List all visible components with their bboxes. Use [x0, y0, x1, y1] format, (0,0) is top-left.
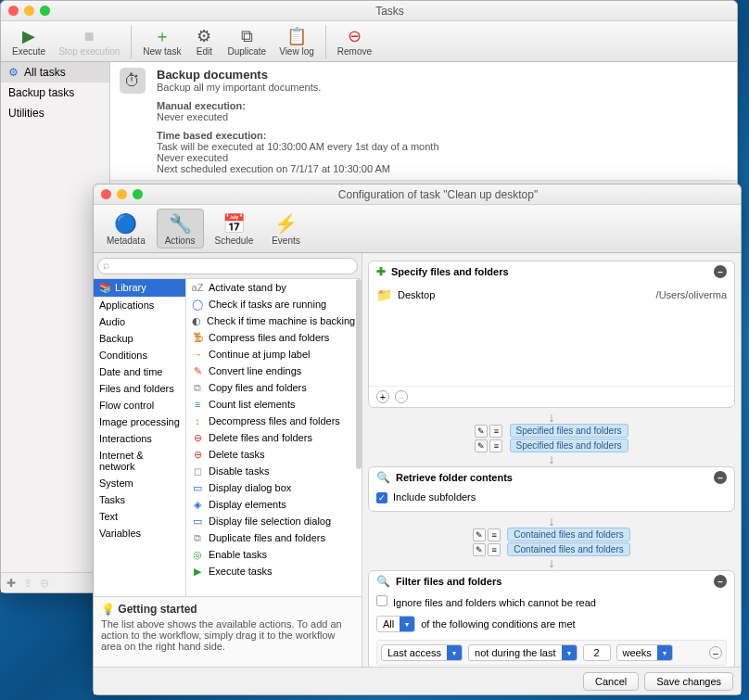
- action-item[interactable]: ▶Execute tasks: [186, 563, 362, 579]
- action-item[interactable]: 🗜Compress files and folders: [186, 329, 362, 346]
- action-item[interactable]: ✎Convert line endings: [186, 363, 362, 379]
- remove-cond-icon[interactable]: –: [709, 646, 722, 659]
- action-item[interactable]: ⊖Delete tasks: [186, 446, 362, 463]
- category-item[interactable]: Text: [94, 508, 185, 525]
- category-item[interactable]: Interactions: [94, 430, 185, 447]
- action-item[interactable]: aZActivate stand by: [186, 279, 362, 296]
- edit-icon[interactable]: ✎: [473, 543, 486, 556]
- viewlog-button[interactable]: 📋View log: [273, 24, 320, 58]
- checkbox-icon[interactable]: [376, 595, 387, 606]
- list-icon[interactable]: ≡: [489, 425, 502, 438]
- list-icon[interactable]: ≡: [488, 543, 501, 556]
- action-item[interactable]: ▭Display file selection dialog: [186, 513, 362, 529]
- category-item[interactable]: Applications: [94, 297, 185, 313]
- minimize-icon[interactable]: [117, 189, 127, 199]
- newtask-button[interactable]: ＋New task: [137, 24, 186, 58]
- list-icon[interactable]: ≡: [489, 439, 502, 452]
- ignore-row[interactable]: Ignore files and folders which cannot be…: [376, 597, 596, 608]
- category-item[interactable]: 📚 Library: [94, 279, 185, 297]
- actions-tab[interactable]: 🔧Actions: [157, 209, 204, 248]
- remove-icon[interactable]: ⊖: [40, 577, 49, 590]
- category-item[interactable]: Date and time: [94, 363, 185, 380]
- scrollbar[interactable]: [356, 279, 362, 469]
- action-item[interactable]: ≡Count list elements: [186, 396, 362, 413]
- save-button[interactable]: Save changes: [644, 672, 733, 691]
- remove-block-icon[interactable]: –: [714, 265, 727, 278]
- remove-button[interactable]: ⊖Remove: [332, 24, 377, 58]
- action-item[interactable]: ⊖Delete files and folders: [186, 429, 362, 446]
- action-label: Compress files and folders: [209, 332, 329, 343]
- arrow-down-icon: ↓: [368, 453, 735, 465]
- block-body: ✓Include subfolders: [369, 488, 734, 511]
- include-subfolders-row[interactable]: ✓Include subfolders: [376, 491, 476, 503]
- connector-pill[interactable]: Contained files and folders: [507, 542, 629, 556]
- block-icon: 🔍: [376, 471, 390, 484]
- schedule-tab[interactable]: 📅Schedule: [208, 210, 261, 248]
- events-tab[interactable]: ⚡Events: [264, 210, 308, 248]
- category-item[interactable]: Variables: [94, 525, 185, 541]
- action-icon: ◎: [192, 549, 203, 560]
- sidebar-item[interactable]: Backup tasks: [1, 83, 109, 103]
- edit-icon[interactable]: ✎: [473, 528, 486, 541]
- minimize-icon[interactable]: [24, 6, 34, 16]
- cond-field-select[interactable]: Last access▾: [381, 644, 463, 661]
- category-item[interactable]: Internet & network: [94, 447, 185, 475]
- cancel-button[interactable]: Cancel: [583, 672, 639, 691]
- share-icon[interactable]: ⇪: [23, 577, 32, 590]
- close-icon[interactable]: [101, 189, 111, 199]
- task-row[interactable]: ⏱Backup documentsBackup all my important…: [110, 62, 737, 181]
- connector-pill[interactable]: Specified files and folders: [510, 424, 628, 438]
- checkbox-icon[interactable]: ✓: [376, 492, 387, 503]
- category-item[interactable]: Tasks: [94, 491, 185, 508]
- action-item[interactable]: ⧉Copy files and folders: [186, 379, 362, 396]
- workflow-area[interactable]: ✚ Specify files and folders – 📁Desktop/U…: [362, 253, 741, 667]
- remove-icon[interactable]: –: [395, 390, 408, 403]
- search-input[interactable]: [97, 258, 358, 274]
- category-item[interactable]: Conditions: [94, 347, 185, 363]
- category-item[interactable]: Flow control: [94, 397, 185, 414]
- action-item[interactable]: ⧉Duplicate files and folders: [186, 529, 362, 546]
- category-item[interactable]: Image processing: [94, 414, 185, 430]
- execute-button[interactable]: ▶Execute: [6, 24, 51, 58]
- window-title: Configuration of task "Clean up desktop": [143, 188, 733, 201]
- action-item[interactable]: ◻Disable tasks: [186, 463, 362, 479]
- category-item[interactable]: Files and folders: [94, 380, 185, 397]
- remove-block-icon[interactable]: –: [714, 575, 727, 588]
- zoom-icon[interactable]: [40, 6, 50, 16]
- edit-icon[interactable]: ✎: [475, 439, 488, 452]
- action-icon: ◐: [192, 315, 201, 326]
- close-icon[interactable]: [8, 6, 19, 16]
- connector-pill[interactable]: Specified files and folders: [510, 439, 628, 452]
- scope-select[interactable]: All▾: [376, 616, 415, 632]
- action-label: Display elements: [209, 499, 286, 510]
- add-icon[interactable]: ✚: [6, 577, 16, 590]
- edit-icon[interactable]: ✎: [475, 425, 488, 438]
- action-item[interactable]: ◎Enable tasks: [186, 546, 362, 563]
- metadata-tab[interactable]: 🔵Metadata: [99, 210, 153, 248]
- search-wrap: [94, 253, 362, 279]
- cond-unit-select[interactable]: weeks▾: [616, 644, 673, 661]
- action-item[interactable]: ↕Decompress files and folders: [186, 413, 362, 429]
- file-row[interactable]: 📁Desktop/Users/oliverma: [376, 286, 727, 304]
- zoom-icon[interactable]: [133, 189, 143, 199]
- action-item[interactable]: ◈Display elements: [186, 496, 362, 513]
- sidebar-item[interactable]: Utilities: [1, 103, 109, 123]
- category-item[interactable]: Audio: [94, 313, 185, 330]
- cond-value-input[interactable]: [583, 644, 611, 661]
- action-item[interactable]: ◯Check if tasks are running: [186, 296, 362, 312]
- action-item[interactable]: ▭Display dialog box: [186, 479, 362, 496]
- edit-button[interactable]: ⚙Edit: [188, 24, 220, 58]
- connector-pill[interactable]: Contained files and folders: [507, 528, 629, 541]
- action-item[interactable]: ◐Check if time machine is backing up dat: [186, 312, 362, 329]
- category-item[interactable]: Backup: [94, 330, 185, 347]
- block-header: 🔍 Filter files and folders –: [369, 571, 734, 592]
- sidebar-item[interactable]: ⚙All tasks: [1, 62, 109, 83]
- add-icon[interactable]: +: [376, 390, 389, 403]
- cond-op-select[interactable]: not during the last▾: [468, 644, 577, 661]
- remove-block-icon[interactable]: –: [714, 471, 727, 484]
- category-item[interactable]: System: [94, 475, 185, 491]
- action-icon: ↕: [192, 415, 203, 426]
- action-item[interactable]: →Continue at jump label: [186, 346, 362, 363]
- duplicate-button[interactable]: ⧉Duplicate: [222, 24, 272, 58]
- list-icon[interactable]: ≡: [488, 528, 501, 541]
